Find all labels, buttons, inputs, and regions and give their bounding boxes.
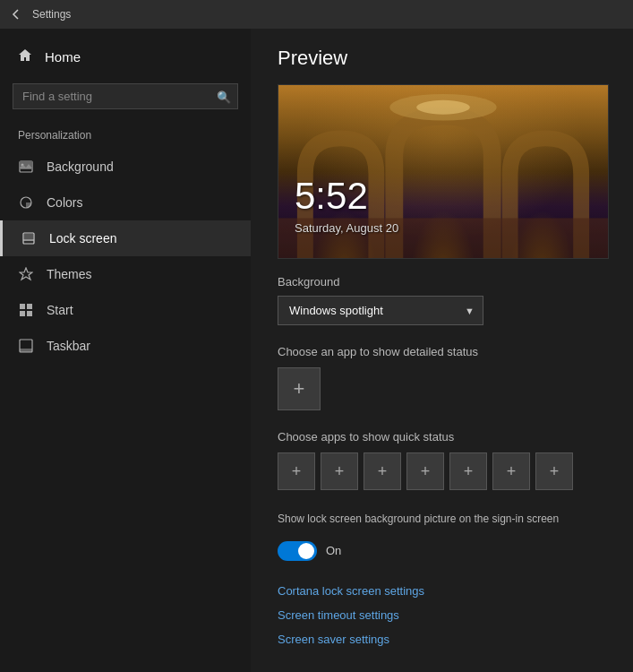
sidebar-item-colors-label: Colors <box>47 195 82 210</box>
preview-date: Saturday, August 20 <box>295 221 398 235</box>
search-box[interactable]: 🔍 <box>13 83 238 109</box>
sidebar: Home 🔍 Personalization Background <box>0 29 251 672</box>
svg-rect-8 <box>27 304 32 309</box>
sidebar-item-themes-label: Themes <box>47 267 92 281</box>
detailed-status-label: Choose an app to show detailed status <box>278 345 606 358</box>
sidebar-item-background-label: Background <box>47 159 114 174</box>
start-icon <box>18 302 34 318</box>
plus-icon-1: + <box>292 462 302 481</box>
sidebar-item-lock-screen[interactable]: Lock screen <box>0 220 251 256</box>
sidebar-item-lock-screen-label: Lock screen <box>49 231 116 246</box>
preview-image: 5:52 Saturday, August 20 <box>278 84 609 259</box>
quick-status-btn-5[interactable]: + <box>449 452 487 490</box>
colors-icon <box>18 194 34 211</box>
preview-time: 5:52 <box>295 175 368 218</box>
quick-status-btn-4[interactable]: + <box>406 452 444 490</box>
signin-toggle[interactable] <box>278 541 317 561</box>
sidebar-item-themes[interactable]: Themes <box>0 256 251 292</box>
plus-icon-3: + <box>378 462 388 481</box>
window-title: Settings <box>32 8 71 21</box>
home-label: Home <box>45 49 81 65</box>
background-dropdown[interactable]: Windows spotlight Picture Slideshow <box>278 296 483 325</box>
plus-icon-6: + <box>507 462 517 481</box>
themes-icon <box>18 266 34 282</box>
background-section-label: Background <box>278 275 606 289</box>
plus-icon-5: + <box>464 462 474 481</box>
search-icon[interactable]: 🔍 <box>217 90 231 103</box>
lock-screen-icon <box>21 230 37 246</box>
plus-icon-7: + <box>550 462 560 481</box>
quick-status-btn-1[interactable]: + <box>278 452 315 490</box>
plus-icon-4: + <box>421 462 431 481</box>
sidebar-item-taskbar-label: Taskbar <box>47 339 90 353</box>
title-bar: Settings <box>0 0 633 29</box>
taskbar-icon <box>18 338 34 354</box>
svg-rect-7 <box>20 304 25 309</box>
background-dropdown-wrapper[interactable]: Windows spotlight Picture Slideshow ▼ <box>278 296 483 325</box>
sidebar-item-start[interactable]: Start <box>0 292 251 328</box>
svg-rect-10 <box>27 311 32 316</box>
main-content: Preview 5:52 Saturday, August 20 <box>251 29 633 672</box>
quick-status-btn-2[interactable]: + <box>321 452 358 490</box>
search-input[interactable] <box>13 83 238 109</box>
cortana-lock-link[interactable]: Cortana lock screen settings <box>278 584 606 598</box>
detailed-status-button[interactable]: + <box>278 367 321 410</box>
sidebar-item-background[interactable]: Background <box>0 149 251 185</box>
sidebar-item-taskbar[interactable]: Taskbar <box>0 328 251 364</box>
plus-icon-2: + <box>335 462 345 481</box>
sidebar-item-colors[interactable]: Colors <box>0 185 251 220</box>
sidebar-item-start-label: Start <box>47 303 73 317</box>
svg-point-14 <box>416 100 470 115</box>
page-title: Preview <box>278 47 606 70</box>
back-button[interactable] <box>9 7 23 22</box>
toggle-row: On <box>278 541 606 561</box>
quick-status-btn-7[interactable]: + <box>535 452 573 490</box>
add-app-icon: + <box>294 377 305 401</box>
svg-rect-12 <box>20 349 32 352</box>
toggle-state-label: On <box>326 544 341 557</box>
svg-rect-9 <box>20 311 25 316</box>
quick-status-row: + + + + + + + <box>278 452 606 490</box>
quick-status-label: Choose apps to show quick status <box>278 430 606 444</box>
app-container: Home 🔍 Personalization Background <box>0 29 633 672</box>
quick-status-btn-3[interactable]: + <box>364 452 401 490</box>
quick-status-btn-6[interactable]: + <box>492 452 530 490</box>
sidebar-item-home[interactable]: Home <box>0 38 251 76</box>
home-icon <box>18 48 32 65</box>
screen-saver-link[interactable]: Screen saver settings <box>278 633 606 646</box>
screen-timeout-link[interactable]: Screen timeout settings <box>278 608 606 622</box>
background-icon <box>18 159 34 175</box>
section-label: Personalization <box>0 124 251 149</box>
show-signin-label: Show lock screen background picture on t… <box>278 512 606 527</box>
